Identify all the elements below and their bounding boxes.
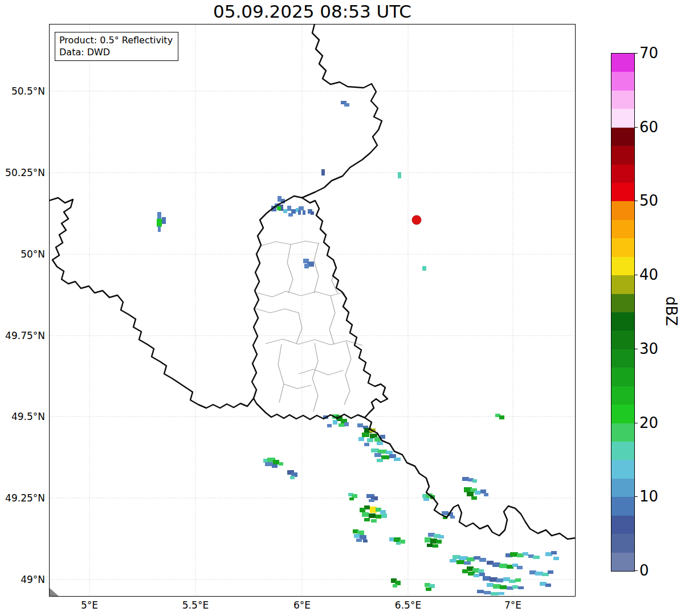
radar-echo-cell <box>499 415 504 419</box>
x-tick-label: 6°E <box>293 599 311 611</box>
colorbar-tick-label: 60 <box>639 119 658 136</box>
region-border <box>284 384 311 389</box>
radar-echo-cell <box>381 513 387 518</box>
region-border <box>329 296 335 344</box>
radar-echo-cell <box>364 443 369 446</box>
colorbar-segment <box>611 312 634 331</box>
radar-echo-cell <box>371 448 379 452</box>
radar-echo-cell <box>339 423 345 427</box>
colorbar-segment <box>611 368 634 386</box>
radar-echo-cell <box>459 556 468 560</box>
radar-echo-cell <box>438 535 444 539</box>
radar-echo-cell <box>545 584 551 587</box>
colorbar-segment <box>611 349 634 368</box>
radar-echo-cell <box>360 508 365 512</box>
radar-echo-cell <box>462 569 468 573</box>
radar-echo-cell <box>426 588 431 591</box>
region-border <box>258 291 346 297</box>
radar-echo-cell <box>490 577 498 582</box>
colorbar-segment <box>611 201 634 220</box>
domain-edge-wedge <box>49 588 59 597</box>
colorbar-tickmark <box>634 275 638 275</box>
product-label: Product: 0.5° Reflectivity <box>59 34 173 46</box>
radar-echo-cell <box>380 510 386 514</box>
radar-figure: 05.09.2025 08:53 UTC Product: 0.5° Refle… <box>0 0 685 616</box>
radar-echo-cell <box>474 574 479 577</box>
radar-echo-cell <box>357 423 363 427</box>
radar-echo-cell <box>496 578 503 582</box>
radar-echo-cell <box>548 570 553 574</box>
radar-echo-cell <box>477 590 484 593</box>
radar-echo-cell <box>304 264 309 268</box>
colorbar-tickmark <box>634 127 638 128</box>
region-border <box>314 243 319 293</box>
radar-echo-cell <box>352 494 357 498</box>
x-tick-label: 5.5°E <box>182 599 209 611</box>
colorbar-segment <box>611 552 634 571</box>
colorbar-segment <box>611 275 634 294</box>
radar-echo-cell <box>386 451 393 454</box>
radar-echo-cell <box>394 458 401 461</box>
colorbar-segment <box>611 497 634 516</box>
x-tick-label: 6.5°E <box>395 599 421 611</box>
colorbar-segment <box>611 54 634 72</box>
radar-echo-cell <box>378 450 387 454</box>
dbz-colorbar <box>611 53 635 572</box>
colorbar-segment <box>611 534 634 553</box>
radar-echo-cell <box>422 266 426 271</box>
x-tick-label: 5°E <box>81 599 98 611</box>
radar-echo-cell <box>512 585 518 589</box>
radar-echo-cell <box>376 515 381 519</box>
radar-echo-cell <box>479 573 485 576</box>
region-border <box>262 241 319 246</box>
colorbar-tickmark <box>634 349 638 349</box>
radar-echo-cell <box>299 206 304 210</box>
radar-echo-cell <box>478 569 484 573</box>
radar-echo-cell <box>479 558 486 562</box>
region-border <box>312 343 318 411</box>
radar-echo-cell <box>467 492 474 496</box>
colorbar-tick-label: 20 <box>639 414 658 431</box>
region-border <box>287 244 293 293</box>
radar-echo-cell <box>298 210 301 215</box>
colorbar-segment <box>611 219 634 238</box>
radar-echo-cell <box>374 453 381 457</box>
radar-echo-cell <box>483 576 491 581</box>
colorbar-segment <box>611 256 634 275</box>
colorbar-tick-label: 50 <box>639 192 658 209</box>
colorbar-tick-label: 0 <box>639 562 649 579</box>
colorbar-segment <box>611 405 634 423</box>
radar-echo-cell <box>515 578 521 582</box>
radar-echo-cell <box>551 551 557 554</box>
radar-echo-cell <box>327 424 332 427</box>
radar-echo-cell <box>464 561 471 565</box>
radar-echo-cell <box>484 591 491 594</box>
colorbar-segment <box>611 127 634 146</box>
radar-echo-cell <box>467 557 475 561</box>
radar-echo-cell <box>393 584 397 588</box>
colorbar-segment <box>611 478 634 497</box>
y-tick-label: 49.25°N <box>0 492 45 504</box>
radar-echo-cell <box>436 540 442 544</box>
radar-echo-cell <box>450 516 455 519</box>
radar-echo-cell <box>427 544 433 547</box>
colorbar-segment <box>611 442 634 460</box>
colorbar-segment <box>611 293 634 312</box>
radar-echo-cell <box>492 562 500 567</box>
radar-echo-cell <box>369 499 374 502</box>
radar-echo-cell <box>433 544 438 548</box>
radar-echo-cell <box>480 489 486 493</box>
radar-echo-cell <box>533 556 540 559</box>
radar-echo-cell <box>396 542 401 545</box>
radar-echo-cell <box>491 592 499 595</box>
colorbar-tickmark <box>634 53 638 54</box>
colorbar-segment <box>611 72 634 91</box>
radar-echo-cell <box>303 210 305 215</box>
radar-echo-cell <box>377 459 383 462</box>
radar-echo-cell <box>279 462 283 466</box>
region-border <box>266 339 362 345</box>
country-border <box>302 24 382 198</box>
radar-echo-cell <box>278 196 282 202</box>
colorbar-segment <box>611 515 634 534</box>
radar-echo-cell <box>363 540 368 542</box>
